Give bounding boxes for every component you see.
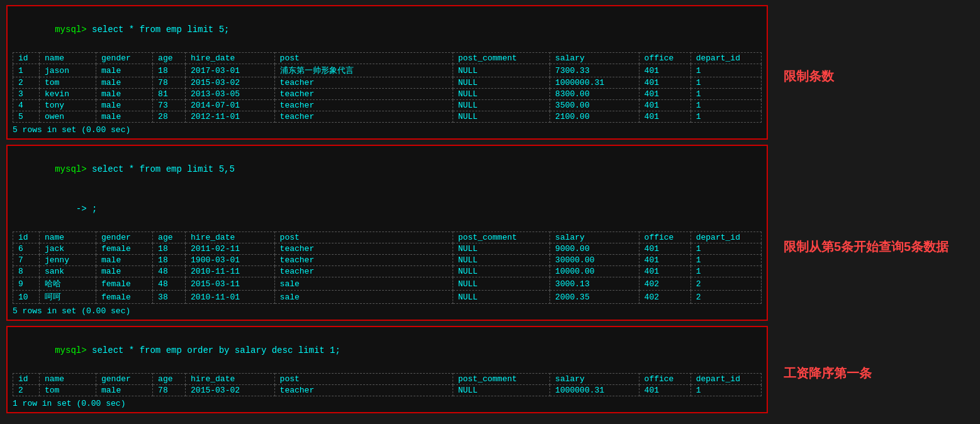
table-cell: 8 — [13, 266, 40, 277]
table-header-row-2: id name gender age hire_date post post_c… — [13, 232, 762, 243]
table-cell: 401 — [639, 266, 690, 277]
table-cell: teacher — [274, 89, 453, 100]
table-cell: 2 — [13, 385, 40, 396]
table-cell: 1 — [690, 243, 761, 255]
table-cell: 2015-03-02 — [186, 385, 275, 396]
table-row: 2tommale782015-03-02teacherNULL1000000.3… — [13, 385, 762, 396]
col-header-office-2: office — [639, 232, 690, 243]
col-header-id-1: id — [13, 53, 40, 64]
sql-text-2b: -> ; — [55, 204, 97, 214]
table-cell: 38 — [153, 291, 186, 304]
annotation-3: 工资降序第一条 — [784, 364, 971, 382]
query-block-2: mysql> select * from emp limit 5,5 -> ; … — [6, 145, 768, 321]
table-cell: 48 — [153, 266, 186, 277]
table-cell: sank — [39, 266, 96, 277]
table-cell: 73 — [153, 100, 186, 111]
prompt-symbol-2: mysql> — [55, 164, 92, 174]
table-cell: 81 — [153, 89, 186, 100]
table-cell: 7300.33 — [550, 64, 639, 77]
table-wrap-3: id name gender age hire_date post post_c… — [13, 373, 762, 396]
result-table-2: id name gender age hire_date post post_c… — [13, 232, 762, 304]
table-cell: 401 — [639, 89, 690, 100]
result-line-2: 5 rows in set (0.00 sec) — [13, 306, 762, 316]
table-cell: 5 — [13, 111, 40, 123]
table-cell: 3000.13 — [550, 277, 639, 291]
table-cell: 1 — [690, 266, 761, 277]
table-cell: 1 — [690, 111, 761, 123]
table-cell: NULL — [453, 100, 549, 111]
sql-text-2: select * from emp limit 5,5 — [92, 164, 235, 174]
table-wrap-2: id name gender age hire_date post post_c… — [13, 232, 762, 304]
table-wrap-1: id name gender age hire_date post post_c… — [13, 52, 762, 123]
table-cell: 1 — [690, 100, 761, 111]
col-header-salary-3: salary — [550, 374, 639, 385]
table-cell: 2 — [690, 277, 761, 291]
table-cell: sale — [274, 291, 453, 304]
table-cell: 1 — [13, 64, 40, 77]
terminal-area: mysql> select * from emp limit 5; id nam… — [0, 0, 774, 424]
table-cell: 6 — [13, 243, 40, 255]
result-line-1: 5 rows in set (0.00 sec) — [13, 125, 762, 135]
table-cell: tom — [39, 385, 96, 396]
table-cell: female — [96, 243, 153, 255]
table-cell: 18 — [153, 243, 186, 255]
query-block-3: mysql> select * from emp order by salary… — [6, 326, 768, 413]
table-cell: 1 — [690, 385, 761, 396]
table-cell: jack — [39, 243, 96, 255]
table-cell: 9 — [13, 277, 40, 291]
table-cell: 2000.35 — [550, 291, 639, 304]
table-cell: 78 — [153, 77, 186, 89]
table-cell: 48 — [153, 277, 186, 291]
table-cell: 3500.00 — [550, 100, 639, 111]
col-header-name-3: name — [39, 374, 96, 385]
col-header-hire-1: hire_date — [186, 53, 275, 64]
table-cell: tony — [39, 100, 96, 111]
sql-prompt-2b: -> ; — [13, 189, 762, 229]
table-header-row-3: id name gender age hire_date post post_c… — [13, 374, 762, 385]
table-cell: 402 — [639, 277, 690, 291]
table-cell: 1000000.31 — [550, 385, 639, 396]
table-row: 3kevinmale812013-03-05teacherNULL8300.00… — [13, 89, 762, 100]
col-header-id-2: id — [13, 232, 40, 243]
col-header-office-3: office — [639, 374, 690, 385]
table-cell: jason — [39, 64, 96, 77]
table-cell: teacher — [274, 385, 453, 396]
annotation-2: 限制从第5条开始查询5条数据 — [784, 238, 971, 255]
col-header-comment-3: post_comment — [453, 374, 549, 385]
table-cell: kevin — [39, 89, 96, 100]
table-cell: teacher — [274, 255, 453, 266]
table-cell: female — [96, 277, 153, 291]
table-cell: 10000.00 — [550, 266, 639, 277]
sql-prompt-1: mysql> select * from emp limit 5; — [13, 10, 762, 50]
table-cell: 2017-03-01 — [186, 64, 275, 77]
col-header-age-2: age — [153, 232, 186, 243]
table-body-3: 2tommale782015-03-02teacherNULL1000000.3… — [13, 385, 762, 396]
table-header-row-1: id name gender age hire_date post post_c… — [13, 53, 762, 64]
table-cell: 7 — [13, 255, 40, 266]
table-cell: 401 — [639, 100, 690, 111]
col-header-deptid-3: depart_id — [690, 374, 761, 385]
table-cell: NULL — [453, 385, 549, 396]
table-cell: male — [96, 100, 153, 111]
table-cell: 1 — [690, 64, 761, 77]
table-cell: 28 — [153, 111, 186, 123]
table-cell: 18 — [153, 255, 186, 266]
table-cell: 10 — [13, 291, 40, 304]
table-row: 8sankmale482010-11-11teacherNULL10000.00… — [13, 266, 762, 277]
table-cell: tom — [39, 77, 96, 89]
result-table-3: id name gender age hire_date post post_c… — [13, 373, 762, 396]
table-cell: NULL — [453, 64, 549, 77]
col-header-age-1: age — [153, 53, 186, 64]
sql-text-3: select * from emp order by salary desc l… — [92, 345, 341, 355]
table-row: 9哈哈female482015-03-11saleNULL3000.134022 — [13, 277, 762, 291]
col-header-office-1: office — [639, 53, 690, 64]
table-cell: 402 — [639, 291, 690, 304]
col-header-comment-2: post_comment — [453, 232, 549, 243]
table-row: 6jackfemale182011-02-11teacherNULL9000.0… — [13, 243, 762, 255]
table-cell: sale — [274, 277, 453, 291]
table-cell: jenny — [39, 255, 96, 266]
table-cell: 2010-11-11 — [186, 266, 275, 277]
table-cell: NULL — [453, 111, 549, 123]
table-cell: 2015-03-02 — [186, 77, 275, 89]
table-body-1: 1jasonmale182017-03-01浦东第一帅形象代言NULL7300.… — [13, 64, 762, 123]
